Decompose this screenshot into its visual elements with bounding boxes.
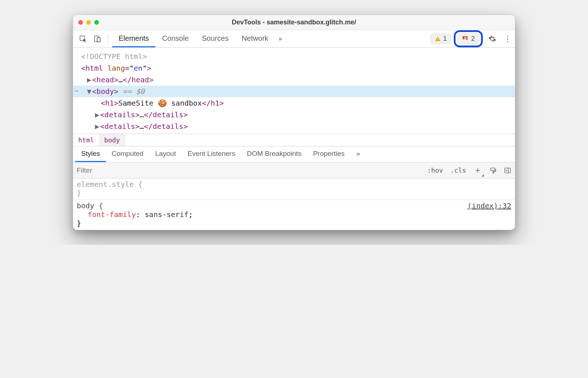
inspect-element-icon[interactable] [78,34,88,44]
minimize-window-button[interactable] [86,20,91,25]
svg-rect-4 [437,38,438,39]
rule-source-link[interactable]: (index):32 [468,201,511,210]
svg-rect-5 [437,40,438,41]
subtab-event-listeners[interactable]: Event Listeners [182,146,241,162]
warning-icon [434,36,441,42]
tab-sources[interactable]: Sources [195,30,235,47]
warnings-badge[interactable]: 1 [430,34,451,44]
dom-body-selected[interactable]: ▼<body> == $0 [73,86,515,97]
close-window-button[interactable] [78,20,83,25]
toggle-sidebar-icon[interactable] [503,166,512,175]
issues-count: 2 [471,35,475,43]
subtab-layout[interactable]: Layout [149,146,182,162]
window-title: DevTools - samesite-sandbox.glitch.me/ [73,19,515,26]
dom-doctype[interactable]: <!DOCTYPE html> [73,51,515,62]
dom-details-1[interactable]: ▶<details>…</details> [73,109,515,121]
svg-rect-8 [493,172,494,173]
element-style-rule[interactable]: element.style { } [73,178,515,200]
dom-html-open[interactable]: <html lang="en"> [73,62,515,74]
main-tabs: Elements Console Sources Network [112,30,275,47]
cls-toggle[interactable]: .cls [447,166,470,174]
issues-badge[interactable]: 2 [458,34,479,44]
more-options-icon[interactable]: ⋮ [503,35,512,43]
subtab-styles[interactable]: Styles [75,146,106,162]
tab-elements[interactable]: Elements [112,30,155,47]
issues-icon [462,35,469,43]
more-tabs-button[interactable]: » [275,35,286,43]
new-style-rule-icon[interactable] [473,165,483,176]
dom-tree[interactable]: <!DOCTYPE html> <html lang="en"> ▶<head>… [73,48,515,134]
subtab-computed[interactable]: Computed [106,146,150,162]
styles-subtabs: Styles Computed Layout Event Listeners D… [73,146,515,162]
issues-badge-highlight: 2 [454,30,483,47]
svg-rect-2 [97,38,100,42]
styles-pane: element.style { } (index):32 body { font… [73,178,515,230]
device-toolbar-icon[interactable] [93,34,102,44]
svg-rect-7 [490,168,495,170]
body-rule[interactable]: (index):32 body { font-family: sans-seri… [73,200,515,230]
dom-head[interactable]: ▶<head>…</head> [73,74,515,86]
subtab-more[interactable]: » [350,146,366,162]
settings-icon[interactable] [488,35,497,43]
svg-rect-9 [505,168,510,173]
tab-network[interactable]: Network [235,30,275,47]
expand-icon[interactable]: ▶ [95,110,99,119]
dom-h1[interactable]: <h1>SameSite 🍪 sandbox</h1> [73,97,515,109]
expand-icon[interactable]: ▶ [87,75,91,84]
collapse-icon[interactable]: ▼ [87,87,91,96]
subtab-dom-breakpoints[interactable]: DOM Breakpoints [241,146,307,162]
tab-console[interactable]: Console [155,30,195,47]
titlebar: DevTools - samesite-sandbox.glitch.me/ [73,15,515,30]
status-badges: 1 2 [430,30,483,47]
styles-filter-bar: :hov .cls [73,162,515,178]
css-property[interactable]: font-family: sans-serif; [77,210,511,219]
subtab-properties[interactable]: Properties [307,146,350,162]
traffic-lights [78,20,99,25]
main-toolbar: Elements Console Sources Network » 1 2 ⋮ [73,30,515,48]
breadcrumbs: html body [73,134,515,146]
dom-details-2[interactable]: ▶<details>…</details> [73,121,515,132]
zoom-window-button[interactable] [94,20,99,25]
styles-filter-input[interactable] [73,166,424,174]
crumb-body[interactable]: body [99,134,125,146]
hov-toggle[interactable]: :hov [424,166,446,174]
toolbar-separator [108,34,108,44]
devtools-window: DevTools - samesite-sandbox.glitch.me/ E… [73,15,515,230]
paint-icon[interactable] [489,166,497,175]
expand-icon[interactable]: ▶ [95,122,99,131]
crumb-html[interactable]: html [73,134,99,146]
warnings-count: 1 [443,35,447,43]
